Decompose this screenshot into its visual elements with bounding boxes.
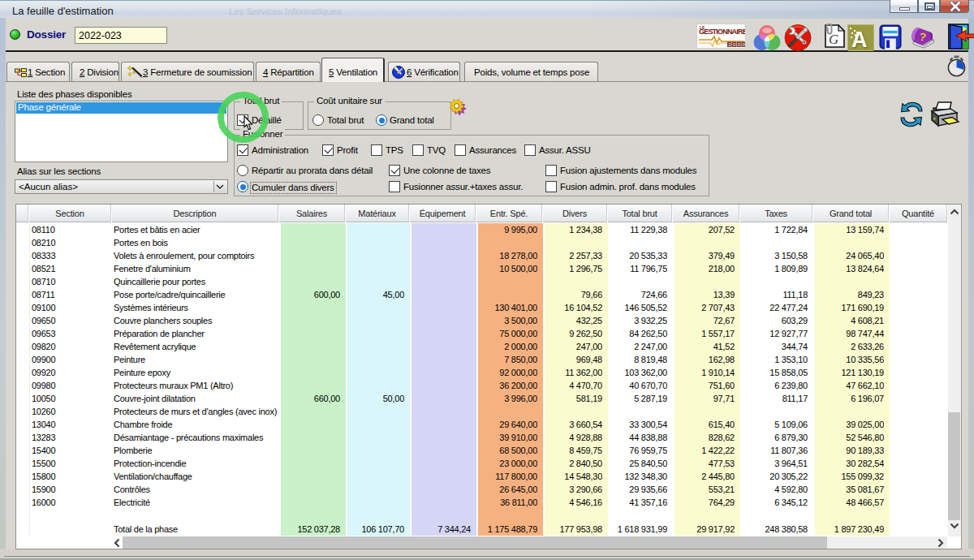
svg-text:0: 0 (743, 42, 746, 47)
svg-text:A: A (851, 28, 868, 51)
